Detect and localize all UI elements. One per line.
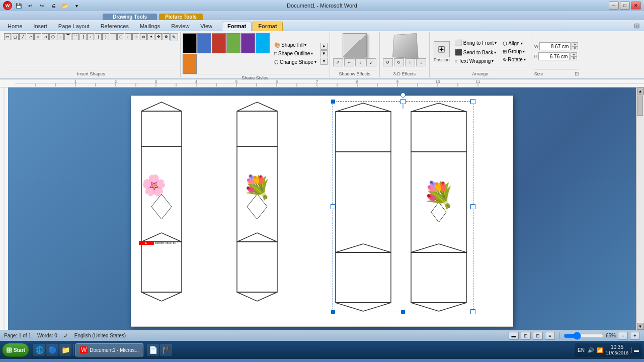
shape-icon-20[interactable]: ✶ <box>147 33 154 40</box>
threed-btn-2[interactable]: ↻ <box>394 58 404 66</box>
shadow-btn-2[interactable]: ↔ <box>344 58 354 66</box>
shape-icon-1[interactable]: ▭ <box>4 33 11 40</box>
shadow-effects-btn[interactable] <box>343 33 367 57</box>
view-print-btn[interactable]: ▬ <box>509 332 519 340</box>
taskbar-bt-btn[interactable]: 🔵 <box>46 344 58 356</box>
view-outline-btn[interactable]: ≡ <box>545 332 555 340</box>
tab-insert[interactable]: Insert <box>28 22 53 31</box>
view-full-btn[interactable]: ⊡ <box>521 332 531 340</box>
shape-icon-2[interactable]: ◻ <box>12 33 19 40</box>
spell-check-icon[interactable]: ✓ <box>63 332 68 339</box>
shape-icon-7[interactable]: ⬡ <box>49 33 56 40</box>
zoom-out-btn[interactable]: − <box>618 332 628 340</box>
show-desktop-btn[interactable]: ▬ <box>631 347 639 353</box>
tab-format-drawing[interactable]: Format <box>222 22 252 31</box>
align-btn[interactable]: ⬡ Align ▾ <box>501 40 527 47</box>
height-spin-down[interactable]: ▼ <box>571 56 577 60</box>
shadow-btn-4[interactable]: ↙ <box>366 58 376 66</box>
taskbar-folder-btn[interactable]: 📁 <box>59 344 71 356</box>
shape-icon-10[interactable]: ⌒ <box>72 33 79 40</box>
height-input[interactable] <box>538 52 570 60</box>
shape-icon-6[interactable]: ⊿ <box>42 33 49 40</box>
shape-fill-arrow[interactable]: ▾ <box>304 43 306 47</box>
handle-bc[interactable] <box>400 309 406 314</box>
color-red[interactable] <box>212 33 226 53</box>
style-scroll-up[interactable]: ▲ <box>320 43 328 50</box>
handle-tc[interactable] <box>400 99 406 104</box>
taskbar-word2-btn[interactable]: 📄 <box>147 344 159 356</box>
open-qat-btn[interactable]: 📂 <box>60 1 70 10</box>
redo-qat-btn[interactable]: ↪ <box>37 1 47 10</box>
text-wrapping-btn[interactable]: ≡ Text Wrapping ▾ <box>453 57 499 65</box>
tab-review[interactable]: Review <box>166 22 195 31</box>
color-blue[interactable] <box>197 33 211 53</box>
style-scroll-down[interactable]: ▼ <box>320 50 328 57</box>
shadow-btn-1[interactable]: ↗ <box>333 58 343 66</box>
change-shape-arrow[interactable]: ▾ <box>314 60 316 64</box>
shape-icon-16[interactable]: ⊡ <box>117 33 124 40</box>
send-to-back-btn[interactable]: ⬛ Send to Back ▾ <box>453 48 499 57</box>
shape-icon-19[interactable]: ⊛ <box>140 33 147 40</box>
shape-icon-14[interactable]: ⟩ <box>102 33 109 40</box>
threed-btn-3[interactable]: ↑ <box>405 58 415 66</box>
start-button[interactable]: ⊞ Start <box>2 343 29 357</box>
vscroll-up[interactable]: ▲ <box>637 87 644 95</box>
vscroll-down[interactable]: ▼ <box>637 323 644 330</box>
shape-outline-btn[interactable]: □ Shape Outline ▾ <box>273 50 318 57</box>
group-btn[interactable]: ⊞ Group ▾ <box>501 48 527 55</box>
width-input[interactable] <box>539 42 571 50</box>
shape-icon-18[interactable]: ⊕ <box>132 33 139 40</box>
tab-mailings[interactable]: Mailings <box>134 22 166 31</box>
handle-mr[interactable] <box>470 204 475 209</box>
tab-page-layout[interactable]: Page Layout <box>53 22 95 31</box>
position-btn[interactable]: ⊞ Position <box>433 33 451 70</box>
taskbar-flag-btn[interactable]: 🏴 <box>160 344 172 356</box>
style-more[interactable]: ▾ <box>320 58 328 65</box>
width-spin-down[interactable]: ▼ <box>572 46 578 50</box>
handle-tl[interactable] <box>331 99 336 104</box>
taskbar-ie-btn[interactable]: 🌐 <box>33 344 45 356</box>
edit-shape-btn[interactable]: ✎ <box>170 33 178 41</box>
send-back-arrow[interactable]: ▾ <box>494 50 496 55</box>
group-arrow[interactable]: ▾ <box>523 49 525 54</box>
shape-icon-8[interactable]: ⬦ <box>57 33 64 40</box>
text-wrap-arrow[interactable]: ▾ <box>492 59 494 63</box>
undo-qat-btn[interactable]: ↩ <box>25 1 35 10</box>
view-web-btn[interactable]: ⊟ <box>533 332 543 340</box>
shape-outline-arrow[interactable]: ▾ <box>311 51 313 56</box>
ribbon-expand-btn[interactable]: ⊞ <box>634 22 644 30</box>
shape-icon-12[interactable]: ≀ <box>87 33 94 40</box>
tab-view[interactable]: View <box>195 22 218 31</box>
shadow-btn-3[interactable]: ↕ <box>355 58 365 66</box>
color-teal[interactable] <box>256 33 270 53</box>
width-spin-up[interactable]: ▲ <box>572 42 578 46</box>
shape-icon-22[interactable]: ❁ <box>163 33 170 40</box>
color-orange[interactable] <box>183 54 197 74</box>
shape-icon-15[interactable]: ⋯ <box>110 33 117 40</box>
close-btn[interactable]: ✕ <box>631 2 641 10</box>
handle-ml[interactable] <box>331 204 336 209</box>
tab-format-picture[interactable]: Format <box>253 22 282 31</box>
handle-tr[interactable] <box>470 99 475 104</box>
handle-rotate[interactable] <box>400 93 406 98</box>
more-qat-btn[interactable]: ▾ <box>71 1 82 10</box>
shape-fill-btn[interactable]: 🎨 Shape Fill ▾ <box>273 41 318 49</box>
word-taskbar-btn[interactable]: W Document1 - Micros... <box>75 343 143 356</box>
shape-icon-9[interactable]: ⁀ <box>64 33 71 40</box>
vscrollbar[interactable]: ▲ ▼ <box>636 87 644 330</box>
save-qat-btn[interactable]: 💾 <box>14 1 24 10</box>
shape-icon-21[interactable]: ✤ <box>155 33 162 40</box>
height-spin-up[interactable]: ▲ <box>571 52 577 56</box>
tab-home[interactable]: Home <box>2 22 28 31</box>
vscroll-thumb[interactable] <box>637 96 643 116</box>
rotate-arrow[interactable]: ▾ <box>524 57 526 62</box>
bring-to-front-btn[interactable]: ⬜ Bring to Front ▾ <box>453 38 499 47</box>
color-green[interactable] <box>226 33 240 53</box>
handle-br[interactable] <box>470 309 475 314</box>
shape-icon-5[interactable]: ○ <box>34 33 41 40</box>
handle-bl[interactable] <box>331 309 336 314</box>
shape-icon-3[interactable]: ╱ <box>19 33 26 40</box>
threed-btn-4[interactable]: ↓ <box>416 58 426 66</box>
bring-front-arrow[interactable]: ▾ <box>495 41 497 45</box>
doc-canvas[interactable]: 🌸 ▶ publisher: ABDIR BK <box>8 87 636 330</box>
